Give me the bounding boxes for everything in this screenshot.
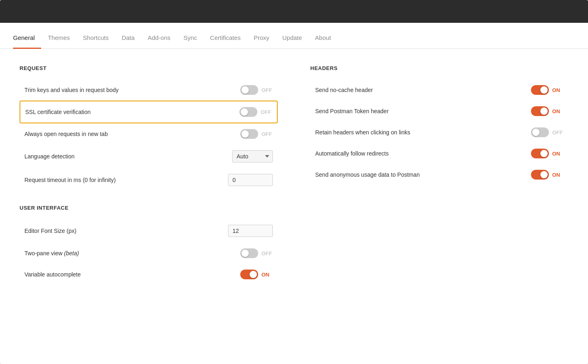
tab-proxy[interactable]: Proxy [247, 34, 276, 49]
setting-row-no-cache-header: Send no-cache header ON [310, 79, 568, 101]
setting-label-open-new-tab: Always open requests in new tab [24, 131, 108, 137]
setting-label-variable-autocomplete: Variable autocomplete [24, 271, 81, 278]
right-column: HEADERSSend no-cache header ON Send Post… [310, 65, 568, 348]
tab-general[interactable]: General [13, 34, 41, 49]
setting-row-editor-font-size: Editor Font Size (px) [20, 219, 278, 243]
setting-row-two-pane: Two-pane view (beta) OFF [20, 243, 278, 264]
setting-row-ssl-cert: SSL certificate verification OFF [20, 101, 278, 123]
setting-label-no-cache-header: Send no-cache header [315, 87, 373, 93]
setting-row-trim-keys: Trim keys and values in request body OFF [20, 79, 278, 101]
tab-shortcuts[interactable]: Shortcuts [77, 34, 115, 49]
select-language-detection[interactable]: AutoManual [232, 150, 273, 162]
input-editor-font-size[interactable] [228, 225, 273, 237]
section-title-request: REQUEST [20, 65, 278, 71]
setting-label-two-pane: Two-pane view (beta) [24, 250, 79, 257]
setting-row-language-detection: Language detectionAutoManual [20, 145, 278, 168]
input-request-timeout[interactable] [228, 174, 273, 186]
section-user-interface: USER INTERFACEEditor Font Size (px)Two-p… [20, 205, 278, 285]
tab-bar: GeneralThemesShortcutsDataAdd-onsSyncCer… [0, 23, 588, 49]
setting-label-editor-font-size: Editor Font Size (px) [24, 228, 77, 234]
section-title-user-interface: USER INTERFACE [20, 205, 278, 211]
setting-label-language-detection: Language detection [24, 153, 75, 160]
settings-content: REQUESTTrim keys and values in request b… [0, 49, 588, 364]
setting-label-trim-keys: Trim keys and values in request body [24, 87, 118, 93]
tab-update[interactable]: Update [276, 34, 308, 49]
setting-row-variable-autocomplete: Variable autocomplete ON [20, 264, 278, 285]
setting-row-request-timeout: Request timeout in ms (0 for infinity) [20, 168, 278, 192]
setting-label-retain-headers: Retain headers when clicking on links [315, 129, 410, 136]
tab-data[interactable]: Data [115, 34, 141, 49]
titlebar [0, 0, 588, 23]
tab-about[interactable]: About [309, 34, 338, 49]
section-headers: HEADERSSend no-cache header ON Send Post… [310, 65, 568, 185]
setting-label-follow-redirects: Automatically follow redirects [315, 150, 389, 157]
setting-label-ssl-cert: SSL certificate verification [25, 109, 91, 115]
settings-window: GeneralThemesShortcutsDataAdd-onsSyncCer… [0, 0, 588, 364]
tab-addons[interactable]: Add-ons [141, 34, 177, 49]
tab-certificates[interactable]: Certificates [204, 34, 247, 49]
setting-row-follow-redirects: Automatically follow redirects ON [310, 143, 568, 164]
left-column: REQUESTTrim keys and values in request b… [20, 65, 278, 348]
section-title-headers: HEADERS [310, 65, 568, 71]
section-request: REQUESTTrim keys and values in request b… [20, 65, 278, 192]
setting-row-anonymous-usage: Send anonymous usage data to Postman ON [310, 164, 568, 185]
tab-themes[interactable]: Themes [41, 34, 76, 49]
setting-label-postman-token-header: Send Postman Token header [315, 108, 388, 114]
setting-label-request-timeout: Request timeout in ms (0 for infinity) [24, 177, 116, 183]
setting-row-retain-headers: Retain headers when clicking on links OF… [310, 122, 568, 143]
close-button[interactable] [575, 10, 578, 13]
tab-sync[interactable]: Sync [177, 34, 204, 49]
setting-row-postman-token-header: Send Postman Token header ON [310, 101, 568, 122]
setting-label-anonymous-usage: Send anonymous usage data to Postman [315, 171, 420, 178]
setting-row-open-new-tab: Always open requests in new tab OFF [20, 123, 278, 145]
